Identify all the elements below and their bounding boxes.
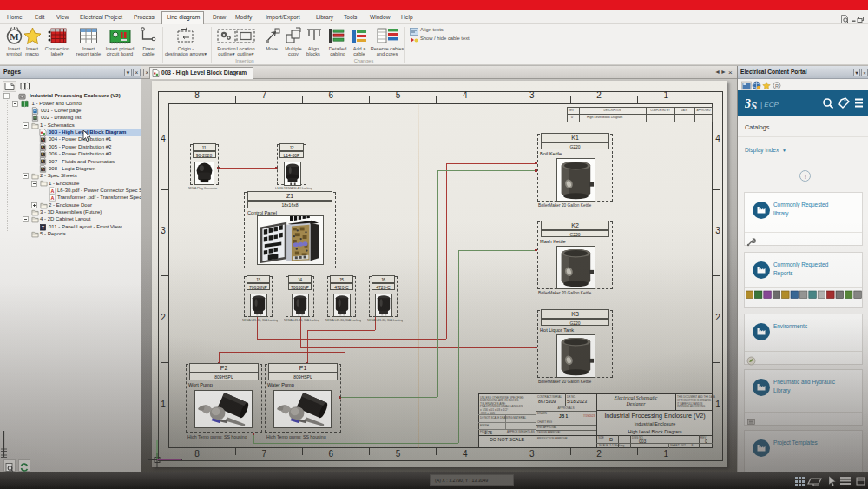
svg-text:A: A: [51, 188, 55, 194]
svg-text:R: R: [775, 83, 779, 89]
svg-text:M: M: [10, 31, 19, 42]
svg-text:T: T: [42, 225, 44, 229]
svg-text:| ECP: | ECP: [760, 101, 779, 109]
svg-text:3: 3: [745, 97, 751, 110]
svg-text:A: A: [51, 195, 55, 201]
svg-text:S: S: [751, 99, 757, 111]
